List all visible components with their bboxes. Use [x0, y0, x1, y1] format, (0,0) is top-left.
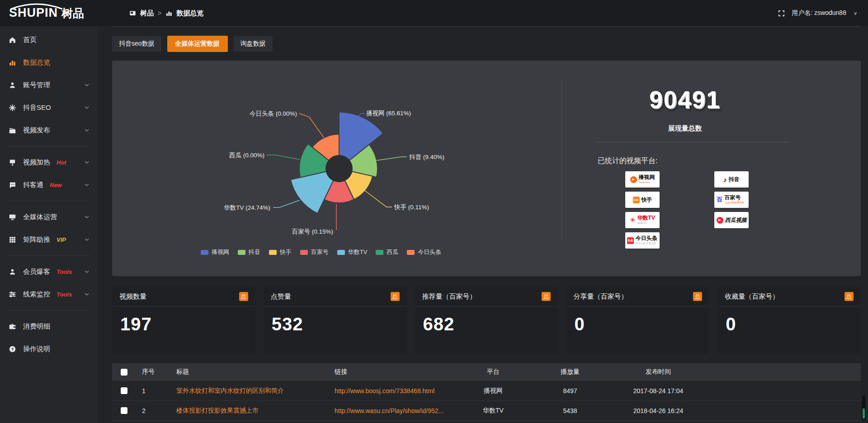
legend-item-快手[interactable]: 快手 [269, 248, 292, 256]
platform-badge-baijiahao: 百百家号让企业营销更简单 [714, 192, 749, 208]
legend-swatch [337, 250, 345, 255]
row-checkbox[interactable] [121, 387, 127, 394]
column-header: 平台 [455, 368, 532, 376]
legend-item-华数TV[interactable]: 华数TV [337, 248, 368, 256]
chevron-down-icon [84, 159, 90, 166]
main-content: 抖音seo数据全媒体运营数据询盘数据 播视网 (65.61%)抖音 (9.40%… [112, 26, 861, 423]
sidebar-item-data-overview[interactable]: 数据总览 [0, 51, 98, 74]
breadcrumb-current: 数据总览 [176, 9, 203, 18]
tab-0[interactable]: 抖音seo数据 [112, 36, 161, 52]
tab-1[interactable]: 全媒体运营数据 [167, 36, 228, 52]
chevron-down-icon [84, 213, 90, 221]
svg-text:?: ? [11, 347, 14, 351]
sidebar-item-clue-monitor[interactable]: 线索监控Tools [0, 283, 98, 306]
select-all-checkbox[interactable] [121, 369, 127, 376]
legend-label: 华数TV [348, 248, 368, 256]
total-badge: 总 [693, 292, 702, 301]
legend-item-播视网[interactable]: 播视网 [201, 248, 229, 256]
cell-platform: 华数TV [455, 407, 532, 415]
sidebar-item-matrix-boost[interactable]: 矩阵助推VIP [0, 228, 98, 251]
table-row-3 [112, 420, 861, 423]
stat-card-value: 197 [112, 307, 255, 342]
tab-bar: 抖音seo数据全媒体运营数据询盘数据 [112, 36, 861, 52]
pie-label-播视网: 播视网 (65.61%) [366, 110, 411, 117]
logo-arc [9, 3, 64, 10]
sidebar-item-tag: Tools [57, 291, 72, 298]
pie-label-华数TV: 华数TV (24.74%) [224, 204, 270, 211]
sidebar-item-douketong[interactable]: 抖客通New [0, 174, 98, 196]
chart-legend: 播视网抖音快手百家号华数TV西瓜今日头条 [112, 248, 530, 256]
sidebar-item-label: 抖客通 [23, 181, 43, 189]
logo-text-cn: 树品 [61, 5, 84, 22]
chevron-down-icon [84, 291, 90, 298]
sidebar-item-omni-media[interactable]: 全媒体运营 [0, 206, 98, 228]
sidebar-item-tag: Tools [57, 268, 72, 275]
legend-item-今日头条[interactable]: 今日头条 [407, 248, 441, 256]
platform-subtext: 你关心的,才是头条 [636, 241, 656, 245]
app-root: SHUPIN 树品 树品 > 数据总览 用户名: zswodun88 ∨ 首页数… [0, 0, 868, 423]
cell-url-link[interactable]: http://www.boosj.com/7338468.html [328, 387, 455, 395]
legend-label: 百家号 [311, 248, 329, 256]
monitor-icon [8, 213, 16, 221]
tab-2[interactable]: 询盘数据 [234, 36, 273, 52]
sidebar-item-label: 线索监控 [23, 290, 50, 299]
breadcrumb-root-icon [129, 10, 136, 17]
sidebar-item-tag: New [50, 182, 62, 188]
sidebar-divider [7, 146, 90, 146]
sidebar-item-help[interactable]: ?操作说明 [0, 338, 98, 360]
sidebar-item-home[interactable]: 首页 [0, 28, 98, 51]
sidebar-item-account-manage[interactable]: 账号管理 [0, 74, 98, 96]
chevron-down-icon [84, 104, 90, 112]
scrollbar-thumb[interactable] [863, 409, 865, 418]
cell-url-link[interactable]: http://www.wasu.cn/Play/show/id/952... [328, 407, 455, 414]
platform-subtext: 让企业营销更简单 [725, 201, 744, 205]
sidebar-item-label: 账号管理 [23, 81, 50, 89]
stat-card-4: 收藏量（百家号）总0 [717, 287, 861, 354]
sidebar-item-video-publish[interactable]: 视频发布 [0, 119, 98, 141]
platform-badge-toutiao: 头条今日头条你关心的,才是头条 [625, 232, 660, 249]
legend-item-抖音[interactable]: 抖音 [238, 248, 260, 256]
sidebar-item-label: 视频发布 [23, 126, 50, 135]
sidebar-divider [7, 201, 90, 201]
table-header-row: 序号标题链接平台播放量发布时间 [112, 363, 861, 381]
stat-cards-row: 视频数量总197点赞量总532推荐量（百家号）总682分享量（百家号）总0收藏量… [112, 287, 861, 354]
cell-title-link[interactable]: 楼体投影灯投影效果震撼上市 [170, 407, 328, 415]
sidebar-item-consumption-detail[interactable]: 消费明细 [0, 315, 98, 338]
username-label[interactable]: 用户名: zswodun88 [792, 9, 846, 17]
sidebar-item-label: 视频加热 [23, 158, 50, 167]
row-checkbox[interactable] [121, 407, 127, 414]
summary-divider [597, 142, 789, 142]
sidebar-item-member-baoke[interactable]: 会员爆客Tools [0, 260, 98, 283]
chart-panel: 播视网 (65.61%)抖音 (9.40%)快手 (0.11%)百家号 (0.1… [112, 61, 861, 276]
legend-item-西瓜[interactable]: 西瓜 [376, 248, 398, 256]
sidebar-item-label: 矩阵助推 [23, 235, 50, 244]
stat-card-0: 视频数量总197 [112, 287, 255, 354]
legend-item-百家号[interactable]: 百家号 [300, 248, 329, 256]
legend-swatch [269, 250, 277, 255]
column-header: 序号 [136, 368, 170, 376]
stat-card-title: 推荐量（百家号） [422, 292, 476, 301]
stat-card-value: 682 [415, 307, 558, 342]
total-badge: 总 [239, 292, 248, 301]
cell-index: 1 [136, 387, 170, 395]
column-header: 标题 [170, 368, 328, 376]
stat-card-value: 0 [717, 307, 861, 342]
chat-icon [8, 181, 16, 189]
chevron-down-icon [84, 236, 90, 244]
sidebar-item-douyin-seo[interactable]: 抖音SEO [0, 96, 98, 119]
billboard-icon [8, 158, 16, 166]
bars-icon [8, 58, 16, 66]
sidebar-item-video-heating[interactable]: 视频加热Hot [0, 151, 98, 174]
fullscreen-icon[interactable] [778, 9, 785, 17]
cell-plays: 5438 [532, 407, 609, 414]
user-caret-icon[interactable]: ∨ [854, 10, 857, 16]
breadcrumb-root[interactable]: 树品 [140, 9, 154, 18]
stat-card-title: 点赞量 [271, 292, 291, 301]
scrollbar[interactable] [861, 395, 866, 421]
cell-title-link[interactable]: 室外水纹灯和室内水纹灯的区别和简介 [170, 387, 328, 395]
pie-center-hole [326, 155, 353, 182]
chevron-down-icon [84, 268, 90, 276]
legend-label: 播视网 [212, 248, 229, 256]
stat-card-header: 推荐量（百家号）总 [415, 287, 558, 307]
user-icon [8, 81, 16, 89]
